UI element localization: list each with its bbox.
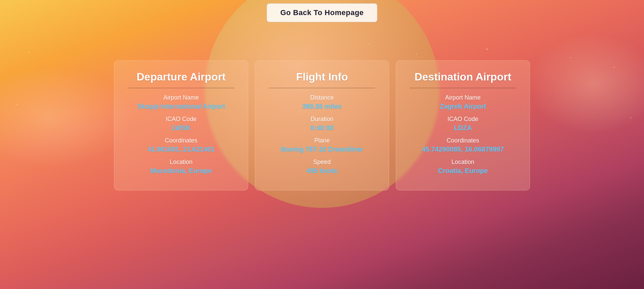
destination-airport-card: Destination Airport Airport Name Zagreb … xyxy=(396,60,530,190)
flight-distance-label: Distance xyxy=(269,94,375,101)
destination-airport-title: Destination Airport xyxy=(410,71,516,88)
destination-icao-value: LDZA xyxy=(410,124,516,132)
destination-icao-label: ICAO Code xyxy=(410,116,516,123)
flight-speed-value: 495 knots xyxy=(269,167,375,175)
destination-location-label: Location xyxy=(410,159,516,166)
destination-airport-name-label: Airport Name xyxy=(410,94,516,101)
departure-coordinates-label: Coordinates xyxy=(128,137,234,144)
departure-coordinates-value: 41.961601, 21.621401 xyxy=(128,146,234,153)
go-back-button[interactable]: Go Back To Homepage xyxy=(267,3,378,22)
departure-airport-title: Departure Airport xyxy=(128,71,234,88)
departure-location-label: Location xyxy=(128,159,234,166)
destination-coordinates-label: Coordinates xyxy=(410,137,516,144)
main-content: Departure Airport Airport Name Skopje In… xyxy=(0,34,644,289)
flight-info-title: Flight Info xyxy=(269,71,375,88)
flight-duration-value: 0:40:00 xyxy=(269,124,375,132)
destination-coordinates-value: 45.74290085, 16.06879997 xyxy=(410,146,516,153)
departure-location-value: Macedonia, Europe xyxy=(128,167,234,175)
flight-distance-value: 380.35 miles xyxy=(269,103,375,110)
departure-airport-name-label: Airport Name xyxy=(128,94,234,101)
destination-airport-name-value: Zagreb Airport xyxy=(410,103,516,110)
departure-airport-card: Departure Airport Airport Name Skopje In… xyxy=(114,60,248,190)
header: Go Back To Homepage xyxy=(0,0,644,25)
flight-plane-label: Plane xyxy=(269,137,375,144)
destination-location-value: Croatia, Europe xyxy=(410,167,516,175)
flight-info-card: Flight Info Distance 380.35 miles Durati… xyxy=(255,60,389,190)
departure-icao-label: ICAO Code xyxy=(128,116,234,123)
departure-airport-name-value: Skopje International Airport xyxy=(128,103,234,110)
flight-speed-label: Speed xyxy=(269,159,375,166)
flight-plane-value: Boeing 787-10 Dreamliner xyxy=(269,146,375,153)
flight-duration-label: Duration xyxy=(269,116,375,123)
departure-icao-value: LWSK xyxy=(128,124,234,132)
